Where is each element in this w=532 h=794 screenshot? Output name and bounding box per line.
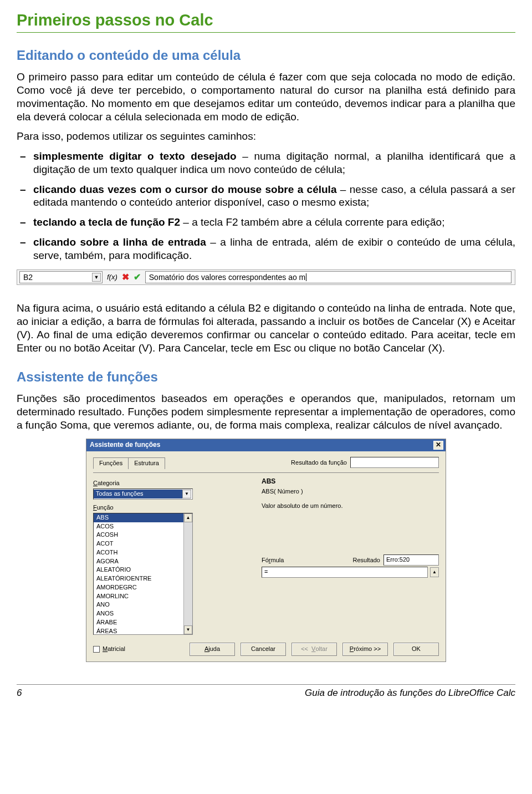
selected-function-signature: ABS( Número )	[262, 488, 439, 496]
result-field[interactable]: Erro:520	[383, 554, 439, 566]
list-item[interactable]: ACOS	[94, 522, 183, 531]
list-item: simplesmente digitar o texto desejado – …	[33, 150, 515, 176]
page-header: Primeiros passos no Calc	[17, 10, 515, 33]
formula-bar: B2 ▼ f(x) ✖ ✔ Somatório dos valores corr…	[17, 269, 515, 285]
matricial-checkbox[interactable]: MatriMatricialcial	[93, 645, 125, 653]
label-formula: FórmulaFórmula	[262, 557, 284, 564]
list-item[interactable]: ABS	[94, 513, 183, 522]
list-item[interactable]: ACOSH	[94, 531, 183, 539]
scrollbar[interactable]: ▲ ▼	[183, 513, 192, 634]
list-item[interactable]: AMORDEGRC	[94, 583, 183, 592]
selected-function-name: ABS	[262, 477, 439, 486]
ok-button[interactable]: OK	[393, 643, 439, 656]
methods-list: simplesmente digitar o texto desejado – …	[17, 150, 515, 262]
category-value: Todas as funções	[94, 490, 182, 498]
formula-field[interactable]: =	[262, 567, 428, 578]
list-item: clicando duas vezes com o cursor do mous…	[33, 183, 515, 210]
footer-title: Guia de introdução às funções do LibreOf…	[305, 687, 515, 699]
checkbox-box[interactable]	[93, 646, 100, 653]
list-item[interactable]: ACOT	[94, 539, 183, 548]
list-item[interactable]: ACOTH	[94, 548, 183, 557]
page-number: 6	[17, 687, 22, 699]
list-item: clicando sobre a linha de entrada – a li…	[33, 236, 515, 262]
label-category: CCategoriaategoria	[93, 480, 250, 487]
list-item-lead: simplesmente digitar o texto desejado	[33, 150, 237, 162]
text-caret	[306, 273, 306, 281]
list-item[interactable]: ALEATÓRIO	[94, 566, 183, 574]
tab-structure[interactable]: Estrutura	[128, 457, 165, 470]
formula-input[interactable]: Somatório dos valores correspondentes ao…	[145, 271, 511, 283]
close-icon[interactable]: ✕	[433, 441, 443, 450]
category-combo[interactable]: Todas as funções ▼	[93, 488, 193, 500]
list-item-lead: teclando a tecla de função F2	[33, 216, 180, 228]
page-footer: 6 Guia de introdução às funções do Libre…	[17, 684, 515, 699]
paragraph: Funções são procedimentos baseados em op…	[17, 392, 515, 431]
cancel-button[interactable]: Cancelar	[241, 643, 286, 656]
list-item-text: – a tecla F2 também abre a célula corren…	[180, 216, 444, 228]
scroll-up-icon[interactable]: ▲	[430, 567, 439, 577]
scroll-down-icon[interactable]: ▼	[184, 625, 192, 634]
list-item: teclando a tecla de função F2 – a tecla …	[33, 216, 515, 229]
scroll-up-icon[interactable]: ▲	[184, 513, 192, 522]
list-item[interactable]: ÁREAS	[94, 627, 183, 634]
cancel-icon[interactable]: ✖	[122, 272, 129, 283]
list-item[interactable]: ÁRABE	[94, 618, 183, 627]
cell-reference-combo[interactable]: B2 ▼	[19, 271, 103, 283]
selected-function-description: Valor absoluto de um número.	[262, 502, 439, 510]
list-item[interactable]: ALEATÓRIOENTRE	[94, 574, 183, 583]
dialog-titlebar[interactable]: Assistente de funções ✕	[86, 439, 446, 451]
paragraph: Para isso, podemos utilizar os seguintes…	[17, 130, 515, 143]
list-item-lead: clicando duas vezes com o cursor do mous…	[33, 184, 336, 195]
checkbox-label: MatriMatricialcial	[103, 645, 125, 653]
list-item[interactable]: AMORLINC	[94, 592, 183, 601]
function-listbox[interactable]: ABS ACOS ACOSH ACOT ACOTH AGORA ALEATÓRI…	[93, 513, 193, 635]
dialog-title: Assistente de funções	[90, 441, 160, 449]
label-function: FFunçãounção	[93, 504, 250, 512]
formula-input-text: Somatório dos valores correspondentes ao…	[149, 273, 305, 283]
list-item[interactable]: ANOS	[94, 609, 183, 618]
paragraph: O primeiro passo para editar um conteúdo…	[17, 70, 515, 123]
help-button[interactable]: AjudaAjuda	[190, 643, 235, 656]
label-result-function: Resultado da função	[291, 459, 347, 467]
paragraph: Na figura acima, o usuário está editando…	[17, 302, 515, 354]
next-button[interactable]: Próximo >>Próximo >>	[342, 643, 388, 656]
list-item[interactable]: AGORA	[94, 557, 183, 566]
section-editando-title: Editando o conteúdo de uma célula	[17, 47, 515, 64]
back-button[interactable]: << Voltar<< Voltar	[291, 643, 337, 656]
cell-reference-value: B2	[23, 273, 33, 283]
chevron-down-icon[interactable]: ▼	[92, 273, 101, 282]
tab-functions[interactable]: Funções	[93, 457, 129, 470]
function-wizard-dialog: Assistente de funções ✕ Funções Estrutur…	[86, 439, 446, 662]
section-assistente-title: Assistente de funções	[17, 369, 515, 385]
list-item[interactable]: ANO	[94, 600, 183, 609]
fx-icon[interactable]: f(x)	[107, 273, 117, 282]
list-item-lead: clicando sobre a linha de entrada	[33, 236, 206, 248]
chevron-down-icon[interactable]: ▼	[182, 490, 191, 498]
scroll-track[interactable]	[184, 522, 192, 625]
accept-icon[interactable]: ✔	[134, 272, 141, 283]
result-function-field[interactable]	[350, 457, 439, 468]
label-result: Resultado	[352, 557, 380, 564]
